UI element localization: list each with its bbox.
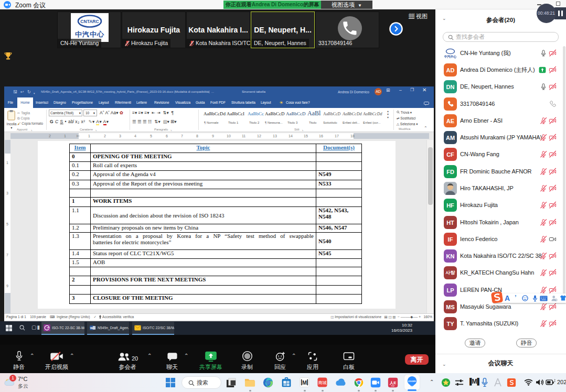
svg-text:人E: 人E [389, 380, 397, 385]
svg-text:CNTARC: CNTARC [80, 19, 99, 24]
svg-text:M: M [302, 380, 307, 386]
svg-text:zoom: zoom [408, 379, 416, 383]
svg-text:PDF: PDF [391, 385, 395, 387]
svg-text:中汽中心: 中汽中心 [444, 55, 456, 59]
svg-text:商城: 商城 [318, 380, 326, 385]
svg-text:中汽中心: 中汽中心 [75, 30, 104, 38]
